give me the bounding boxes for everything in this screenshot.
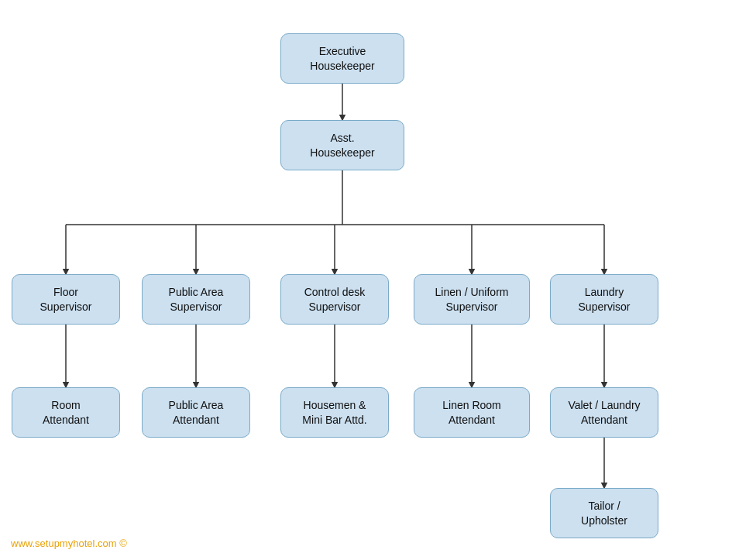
node-public-area-attendant: Public Area Attendant	[142, 387, 250, 438]
node-public-area-supervisor: Public Area Supervisor	[142, 274, 250, 325]
org-chart: Executive Housekeeper Asst. Housekeeper …	[0, 0, 739, 560]
node-linen-room-attendant: Linen Room Attendant	[414, 387, 530, 438]
node-laundry-supervisor: Laundry Supervisor	[550, 274, 658, 325]
node-housemen-minibar: Housemen & Mini Bar Attd.	[280, 387, 389, 438]
node-room-attendant: Room Attendant	[12, 387, 120, 438]
watermark: www.setupmyhotel.com ©	[11, 538, 127, 549]
node-linen-uniform-supervisor: Linen / Uniform Supervisor	[414, 274, 530, 325]
node-asst-housekeeper: Asst. Housekeeper	[280, 120, 404, 170]
node-executive-housekeeper: Executive Housekeeper	[280, 33, 404, 84]
node-valet-laundry-attendant: Valet / Laundry Attendant	[550, 387, 658, 438]
node-control-desk-supervisor: Control desk Supervisor	[280, 274, 389, 325]
node-tailor-upholster: Tailor / Upholster	[550, 488, 658, 538]
node-floor-supervisor: Floor Supervisor	[12, 274, 120, 325]
